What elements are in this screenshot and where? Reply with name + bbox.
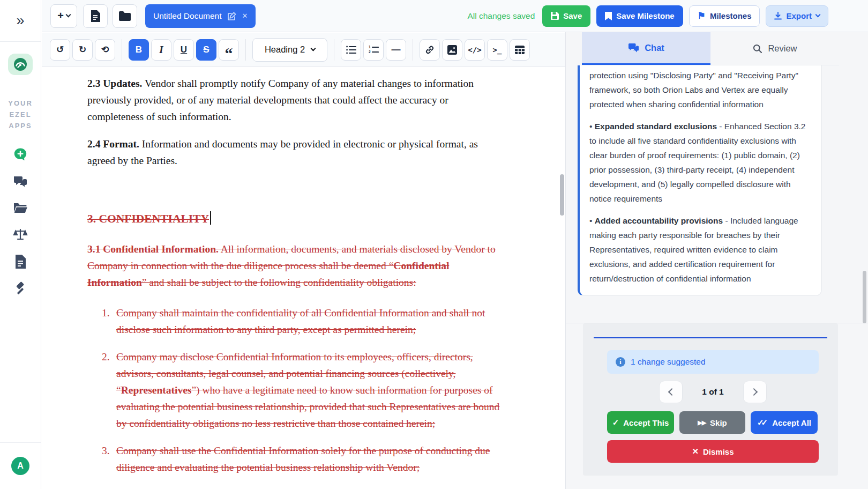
conversations-icon[interactable]	[12, 173, 28, 189]
user-avatar[interactable]: A	[11, 457, 29, 475]
list-item: 1. Company shall maintain the confidenti…	[87, 305, 506, 338]
cross-icon: ✕	[692, 447, 699, 456]
previous-change-button[interactable]	[659, 381, 683, 403]
dismiss-button[interactable]: ✕ Dismiss	[607, 440, 819, 463]
tab-review-label: Review	[768, 43, 797, 54]
assistant-message: protection using "Disclosing Party" and …	[578, 65, 822, 296]
app-sidebar: » YOUR EZEL APPS	[0, 0, 41, 489]
top-header: + Untitled Document ✕ All changes saved	[42, 0, 868, 32]
chevron-down-icon	[311, 46, 316, 51]
panel-tabs: Chat Review	[582, 32, 839, 65]
blockquote-button[interactable]: “	[219, 39, 239, 61]
message-bullet: • Added accountability provisions - Incl…	[589, 213, 811, 286]
milestones-button[interactable]: ⚑ Milestones	[689, 5, 760, 27]
save-button[interactable]: Save	[542, 5, 590, 27]
tab-chat[interactable]: Chat	[582, 32, 710, 65]
section-3-heading: 3. CONFIDENTIALITY	[87, 211, 506, 227]
plus-icon: +	[57, 10, 64, 22]
document-icon[interactable]	[12, 254, 28, 270]
export-button[interactable]: Export	[766, 5, 828, 27]
download-icon	[774, 12, 782, 20]
scales-icon[interactable]	[12, 227, 28, 243]
chevron-left-icon	[668, 388, 676, 396]
dismiss-label: Dismiss	[703, 447, 734, 456]
document-body: 2.3 Updates. Vendor shall promptly notif…	[42, 68, 506, 476]
close-tab-icon[interactable]: ✕	[242, 12, 248, 20]
save-milestone-button[interactable]: Save Milestone	[596, 5, 683, 27]
list-item: 3. Company shall use the Confidential In…	[87, 442, 506, 476]
heading-select[interactable]: Heading 2	[252, 38, 327, 62]
check-icon: ✓	[612, 418, 619, 427]
terminal-button[interactable]: >_	[487, 39, 507, 61]
skip-button[interactable]: ▶▶ Skip	[679, 411, 745, 434]
link-button[interactable]	[420, 39, 440, 61]
folder-open-icon[interactable]	[12, 200, 28, 216]
paragraph-2-3: 2.3 Updates. Vendor shall promptly notif…	[87, 75, 506, 125]
ordered-list-button[interactable]: 1 2	[363, 39, 384, 61]
active-app-chip[interactable]	[8, 54, 33, 75]
export-label: Export	[786, 11, 812, 20]
suggestion-count-label: 1 change suggested	[631, 357, 706, 367]
svg-text:1: 1	[369, 46, 371, 49]
gavel-icon[interactable]	[12, 280, 28, 297]
change-page-indicator: 1 of 1	[702, 387, 723, 397]
accept-this-button[interactable]: ✓ Accept This	[607, 411, 674, 434]
tab-review[interactable]: Review	[710, 32, 839, 65]
underline-button[interactable]: U	[174, 39, 194, 61]
strikethrough-button[interactable]: S	[196, 39, 216, 61]
milestones-label: Milestones	[710, 11, 752, 20]
floppy-icon	[551, 12, 559, 20]
suggestion-info-bar: i 1 change suggested	[607, 350, 819, 374]
open-folder-button[interactable]	[113, 4, 137, 28]
accept-all-button[interactable]: ✓✓ Accept All	[751, 411, 818, 434]
flag-icon: ⚑	[698, 10, 706, 21]
chat-message-area[interactable]: protection using "Disclosing Party" and …	[566, 65, 868, 323]
your-apps-label: YOUR EZEL APPS	[5, 98, 35, 131]
accept-this-label: Accept This	[623, 418, 669, 427]
suggestion-panel: i 1 change suggested 1 of 1 ✓ Accept Thi…	[583, 323, 838, 476]
chevron-down-icon	[815, 12, 821, 18]
horizontal-rule-button[interactable]: —	[386, 39, 406, 61]
double-check-icon: ✓✓	[757, 418, 765, 427]
list-item: 2. Company may disclose Confidential Inf…	[87, 349, 506, 432]
save-milestone-label: Save Milestone	[616, 11, 674, 20]
paragraph-3-1: 3.1 Confidential Information. All inform…	[87, 241, 506, 291]
message-bullet: • Expanded standard exclusions - Enhance…	[589, 119, 811, 206]
rename-icon[interactable]	[228, 12, 236, 20]
document-tab-title: Untitled Document	[153, 11, 222, 21]
bookmark-icon	[605, 12, 612, 20]
info-icon: i	[616, 357, 625, 367]
document-tab[interactable]: Untitled Document ✕	[145, 4, 256, 28]
next-change-button[interactable]	[743, 381, 767, 403]
document-scrollbar[interactable]	[560, 174, 564, 216]
suggestion-accent-rule	[594, 337, 827, 338]
new-chat-icon[interactable]	[12, 146, 28, 162]
folder-icon	[119, 11, 131, 21]
sidebar-expand-icon[interactable]: »	[16, 13, 24, 28]
format-toolbar: ↺ ↻ ⟲ B I U S “ Heading 2 1 2 — </> >_	[42, 33, 565, 67]
skip-label: Skip	[710, 418, 727, 427]
chevron-right-icon	[750, 388, 758, 396]
new-file-button[interactable]	[83, 4, 108, 28]
history-button[interactable]: ⟲	[95, 39, 115, 61]
bullet-list-button[interactable]	[341, 39, 361, 61]
paragraph-2-4: 2.4 Format. Information and documents ma…	[87, 136, 506, 169]
assistant-panel: Chat Review protection using "Disclosing…	[565, 32, 868, 489]
message-paragraph: protection using "Disclosing Party" and …	[589, 68, 811, 112]
skip-forward-icon: ▶▶	[698, 419, 706, 426]
save-button-label: Save	[563, 11, 582, 20]
add-document-button[interactable]: +	[50, 4, 77, 28]
document-editor[interactable]: 2.3 Updates. Vendor shall promptly notif…	[42, 68, 565, 489]
undo-button[interactable]: ↺	[50, 39, 70, 61]
panel-scrollbar[interactable]	[863, 271, 866, 323]
italic-button[interactable]: I	[151, 39, 171, 61]
svg-text:2: 2	[369, 50, 371, 54]
bold-button[interactable]: B	[129, 39, 149, 61]
chat-bubbles-icon	[628, 43, 639, 53]
table-button[interactable]	[510, 39, 530, 61]
redo-button[interactable]: ↻	[72, 39, 93, 61]
text-caret	[210, 211, 211, 225]
image-button[interactable]	[442, 39, 462, 61]
code-button[interactable]: </>	[465, 39, 485, 61]
search-icon	[752, 43, 762, 54]
